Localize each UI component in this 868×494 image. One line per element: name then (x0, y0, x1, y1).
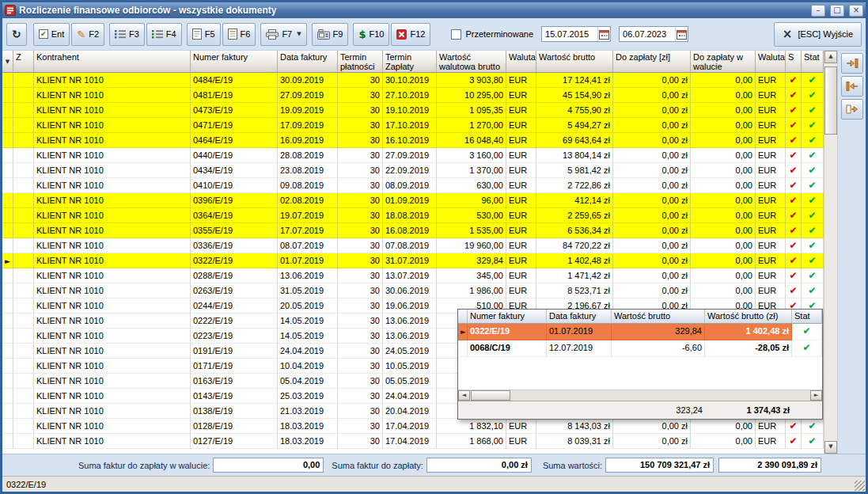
cell-to-pay-currency: 0,00 (691, 253, 756, 268)
scroll-left-button[interactable]: ◄ (458, 390, 470, 401)
refresh-button[interactable]: ↻ (6, 23, 27, 46)
side-panel-button-1[interactable] (841, 53, 863, 74)
s-check-icon: ✔ (786, 238, 802, 253)
cell-payment-date: 27.09.2019 (383, 148, 437, 163)
table-row[interactable]: ► KLIENT NR 1010 0481/E/19 27.09.2019 30… (2, 88, 824, 103)
cell-invoice-date: 09.08.2019 (278, 178, 338, 193)
table-row[interactable]: ► KLIENT NR 1010 0464/E/19 16.09.2019 30… (2, 133, 824, 148)
popup-horizontal-scrollbar[interactable]: ◄ ► (458, 390, 822, 401)
cell-payment-date: 19.10.2019 (383, 103, 437, 118)
cell-payment-term: 30 (338, 329, 383, 344)
calendar-icon[interactable] (597, 27, 610, 41)
popup-column-numer[interactable]: Numer faktury (468, 310, 547, 324)
column-header-data-faktury[interactable]: Data faktury (278, 51, 338, 73)
column-header-wartosc-walutowa[interactable]: Wartość walutowa brutto (437, 51, 506, 73)
fax-button[interactable]: F9 (312, 23, 349, 46)
list-button-f3[interactable]: F3 (109, 23, 145, 46)
column-header-waluta[interactable]: Waluta (506, 51, 536, 73)
table-row[interactable]: ► KLIENT NR 1010 0410/E/19 09.08.2019 30… (2, 178, 824, 193)
column-header-numer-faktury[interactable]: Numer faktury (191, 51, 278, 73)
stat-check-icon: ✔ (802, 283, 824, 298)
table-row[interactable]: ► KLIENT NR 1010 0128/E/19 18.03.2019 30… (2, 419, 824, 434)
popup-header: Numer faktury Data faktury Wartość brutt… (458, 310, 822, 324)
maximize-button[interactable]: □ (830, 5, 844, 17)
column-header-termin-zaplaty[interactable]: Termin Zapłaty (383, 51, 437, 73)
column-header-kontrahent[interactable]: Kontrahent (34, 51, 191, 73)
scroll-up-button[interactable]: ▲ (824, 51, 837, 63)
popup-column-data[interactable]: Data faktury (547, 310, 612, 324)
cell-z (13, 238, 34, 253)
exit-button[interactable]: × [ESC] Wyjście (774, 22, 862, 47)
cell-invoice-number: 0473/E/19 (191, 103, 278, 118)
column-header-waluta-2[interactable]: Waluta (756, 51, 786, 73)
scroll-down-button[interactable]: ▼ (824, 441, 837, 454)
list-button-f4[interactable]: F4 (146, 23, 182, 46)
column-header-s[interactable]: S (786, 51, 802, 73)
payments-button[interactable]: $ F10 (353, 23, 389, 46)
table-row[interactable]: ► KLIENT NR 1010 0322/E/19 01.07.2019 30… (2, 253, 824, 268)
cell-z (13, 404, 34, 419)
s-check-icon: ✔ (786, 283, 802, 298)
popup-column-stat[interactable]: Stat (792, 310, 822, 324)
table-row[interactable]: ► KLIENT NR 1010 0364/E/19 19.07.2019 30… (2, 208, 824, 223)
column-header-termin-platnosci[interactable]: Termin płatności (338, 51, 383, 73)
cell-kontrahent: KLIENT NR 1010 (34, 389, 191, 404)
table-row[interactable]: ► KLIENT NR 1010 0484/E/19 30.09.2019 30… (2, 73, 824, 88)
table-row[interactable]: ► KLIENT NR 1010 0440/E/19 28.08.2019 30… (2, 148, 824, 163)
column-header-do-zaplaty-walucie[interactable]: Do zapłaty w walucie (691, 51, 756, 73)
popup-row[interactable]: ► 0068/C/19 12.07.2019 -6,60 -28,05 zł ✔ (458, 340, 822, 357)
date-from-field[interactable]: 15.07.2015 (541, 26, 611, 42)
grid-corner-button[interactable]: ▼ (2, 51, 13, 73)
title-bar[interactable]: Rozliczenie finansowe odbiorców - wszyst… (2, 2, 866, 18)
close-button[interactable]: × (849, 5, 863, 17)
overdue-checkbox[interactable]: Przeterminowane (451, 29, 533, 40)
scrollbar-thumb[interactable] (471, 390, 510, 401)
column-header-do-zaplaty[interactable]: Do zapłaty [zł] (613, 51, 691, 73)
column-header-wartosc-brutto[interactable]: Wartość brutto (536, 51, 613, 73)
document-button-f5[interactable]: F5 (187, 23, 221, 46)
s-check-icon: ✔ (786, 253, 802, 268)
minimize-button[interactable]: – (811, 5, 825, 17)
row-marker: ► (2, 419, 13, 434)
table-row[interactable]: ► KLIENT NR 1010 0263/E/19 31.05.2019 30… (2, 283, 824, 298)
table-row[interactable]: ► KLIENT NR 1010 0336/E/19 08.07.2019 30… (2, 238, 824, 253)
stat-check-icon: ✔ (802, 133, 824, 148)
edit-button[interactable]: ✎ F2 (71, 23, 104, 46)
table-row[interactable]: ► KLIENT NR 1010 0355/E/19 17.07.2019 30… (2, 223, 824, 238)
cell-payment-term: 30 (338, 268, 383, 283)
table-row[interactable]: ► KLIENT NR 1010 0396/E/19 02.08.2019 30… (2, 193, 824, 208)
side-panel-button-2[interactable] (841, 76, 863, 97)
calendar-icon[interactable] (675, 27, 688, 41)
popup-column-brutto-zl[interactable]: Wartość brutto (zł) (705, 310, 792, 324)
checkbox-box[interactable] (451, 29, 461, 40)
f12-button[interactable]: F12 (391, 23, 430, 46)
scroll-right-button[interactable]: ► (810, 390, 822, 401)
popup-row[interactable]: ► 0322/E/19 01.07.2019 329,84 1 402,48 z… (458, 324, 822, 340)
enter-button[interactable]: ✔ Ent (33, 23, 70, 46)
popup-column-brutto[interactable]: Wartość brutto (612, 310, 705, 324)
vertical-scrollbar[interactable]: ▲ ▼ (824, 51, 837, 454)
cell-z (13, 73, 34, 88)
column-header-z[interactable]: Z (13, 51, 34, 73)
cell-gross-currency-value: 1 868,00 (437, 434, 506, 449)
resize-grip[interactable] (855, 481, 865, 491)
side-panel-button-3[interactable] (841, 99, 863, 120)
print-button[interactable]: F7 ▼ (260, 23, 306, 46)
table-row[interactable]: ► KLIENT NR 1010 0471/E/19 17.09.2019 30… (2, 118, 824, 133)
document-button-f6[interactable]: F6 (222, 23, 256, 46)
stat-check-icon: ✔ (802, 434, 824, 449)
cell-payment-term: 30 (338, 283, 383, 298)
cell-currency: EUR (506, 118, 536, 133)
scrollbar-thumb[interactable] (824, 66, 837, 135)
table-row[interactable]: ► KLIENT NR 1010 0473/E/19 19.09.2019 30… (2, 103, 824, 118)
cell-to-pay: 0,00 zł (613, 133, 691, 148)
date-to-field[interactable]: 06.07.2023 (619, 26, 688, 42)
table-row[interactable]: ► KLIENT NR 1010 0288/E/19 13.06.2019 30… (2, 268, 824, 283)
row-marker: ► (2, 404, 13, 419)
cell-currency-2: EUR (756, 238, 786, 253)
cell-payment-term: 30 (338, 389, 383, 404)
table-row[interactable]: ► KLIENT NR 1010 0434/E/19 23.08.2019 30… (2, 163, 824, 178)
column-header-stat[interactable]: Stat (802, 51, 824, 73)
dropdown-arrow-icon[interactable]: ▼ (297, 31, 301, 37)
table-row[interactable]: ► KLIENT NR 1010 0127/E/19 18.03.2019 30… (2, 434, 824, 449)
